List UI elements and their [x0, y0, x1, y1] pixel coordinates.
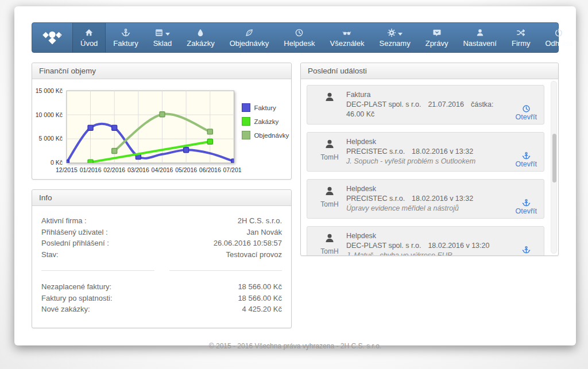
info-panel: Info Aktivní firma : 2H C.S. s.r.o. Přih…	[32, 189, 292, 328]
info-row: Přihlášený uživatel : Jan Novák	[41, 227, 282, 238]
open-link[interactable]: Otevřít	[515, 160, 537, 168]
finance-panel: Finanční objemy 0 Kč5 000 Kč10 000 Kč15 …	[32, 63, 292, 180]
open-link[interactable]: Otevřít	[515, 254, 537, 255]
anchor-icon	[121, 28, 130, 38]
legend-label: Zakázky	[254, 118, 278, 125]
power-icon	[554, 28, 563, 38]
user-avatar-icon	[324, 138, 335, 152]
event-company: PRECISTEC s.r.o.	[346, 147, 405, 156]
nav-item-sklad[interactable]: Sklad	[146, 23, 180, 52]
open-link[interactable]: Otevřít	[515, 113, 537, 121]
nav-item-label: Nastavení	[463, 39, 497, 48]
leaf-icon	[245, 28, 254, 38]
user-icon	[475, 28, 485, 38]
nav-item-label: Faktury	[113, 39, 138, 48]
user-avatar-icon	[324, 185, 335, 199]
info-value: 18 566.00 Kč	[238, 281, 282, 293]
nav-item-zakazky[interactable]: Zakázky	[179, 23, 222, 52]
scrollbar-thumb[interactable]	[552, 134, 556, 182]
event-meta: PRECISTEC s.r.o.18.02.2016 v 13:32	[346, 194, 502, 204]
event-company: PRECISTEC s.r.o.	[346, 195, 405, 203]
legend-item: Zakázky	[242, 117, 289, 126]
panel-title: Info	[32, 190, 291, 206]
panel-title: Finanční objemy	[32, 63, 291, 79]
svg-text:04/2016: 04/2016	[152, 167, 173, 173]
svg-text:5 000 Kč: 5 000 Kč	[39, 135, 63, 142]
divider	[41, 270, 282, 271]
legend-swatch	[242, 103, 250, 112]
chart-legend: Faktury Zakázky Objednávky	[242, 103, 289, 139]
info-row: Nové zakázky: 4 425.20 Kč	[41, 304, 282, 315]
info-value: 26.06.2016 10:58:57	[214, 238, 282, 249]
shuffle-icon	[516, 28, 525, 38]
svg-text:02/2016: 02/2016	[103, 167, 125, 173]
table-icon	[154, 28, 170, 38]
page-card: Úvod Faktury Sklad Zakázky Obje	[14, 6, 576, 345]
event-date: 18.02.2016 v 13:32	[412, 195, 473, 203]
legend-item: Objednávky	[242, 131, 289, 139]
copyright-text: © 2015 - 2016 Všechna práva vyhrazena - …	[32, 342, 559, 350]
anchor-icon[interactable]	[522, 152, 531, 160]
svg-text:03/2016: 03/2016	[127, 167, 149, 173]
svg-text:15 000 Kč: 15 000 Kč	[36, 88, 63, 94]
chevron-down-icon	[396, 28, 403, 38]
event-username: TomH	[320, 247, 338, 255]
event-card: Faktura DEC-PLAST spol. s r.o.21.07.2016…	[307, 85, 544, 125]
nav-item-label: Sklad	[153, 39, 172, 48]
clock-icon[interactable]	[522, 104, 531, 113]
info-label: Nezaplacené faktury:	[41, 281, 111, 293]
info-label: Přihlášený uživatel :	[41, 227, 108, 238]
gear-icon	[387, 28, 403, 38]
user-avatar-icon	[324, 232, 335, 246]
info-label: Aktivní firma :	[41, 215, 87, 227]
nav-item-label: Odhlásit	[545, 39, 572, 48]
info-row: Aktivní firma : 2H C.S. s.r.o.	[41, 215, 282, 227]
info-row: Nezaplacené faktury: 18 566.00 Kč	[41, 281, 282, 293]
legend-swatch	[242, 131, 250, 139]
nav-item-vseznalek[interactable]: Všeználek	[323, 23, 372, 52]
nav-item-uvod[interactable]: Úvod	[72, 23, 106, 52]
svg-text:07/2016: 07/2016	[223, 167, 242, 173]
anchor-icon[interactable]	[522, 246, 531, 254]
info-label: Poslední přihlášení :	[41, 238, 109, 249]
anchor-icon[interactable]	[522, 199, 531, 207]
nav-item-nastaveni[interactable]: Nastavení	[455, 23, 504, 52]
droplet-icon	[196, 28, 205, 38]
nav-item-objednavky[interactable]: Objednávky	[222, 23, 277, 52]
svg-text:0 Kč: 0 Kč	[51, 160, 63, 166]
event-username: TomH	[320, 200, 338, 208]
nav-item-label: Zprávy	[425, 39, 448, 48]
nav-item-firmy[interactable]: Firmy	[504, 23, 538, 52]
user-avatar-icon	[324, 91, 335, 105]
event-card: TomH Helpdesk PRECISTEC s.r.o.18.02.2016…	[307, 179, 544, 219]
nav-item-faktury[interactable]: Faktury	[106, 23, 145, 52]
info-value: Testovací provoz	[226, 249, 282, 261]
open-link[interactable]: Otevřít	[515, 207, 537, 215]
event-note: Úpravy evidence měřidel a nástrojů	[346, 204, 502, 213]
app-logo[interactable]	[32, 23, 72, 52]
info-body: Aktivní firma : 2H C.S. s.r.o. Přihlášen…	[32, 206, 291, 328]
event-type: Helpdesk	[346, 137, 502, 147]
info-row: Faktury po splatnosti: 18 566.00 Kč	[41, 293, 282, 304]
finance-chart-svg: 0 Kč5 000 Kč10 000 Kč15 000 Kč12/201501/…	[34, 85, 242, 176]
event-meta: PRECISTEC s.r.o.18.02.2016 v 13:32	[346, 147, 502, 157]
nav-item-odhlasit[interactable]: Odhlásit	[537, 23, 580, 52]
legend-item: Faktury	[242, 103, 289, 112]
nav-item-helpdesk[interactable]: Helpdesk	[276, 23, 322, 52]
nav-item-label: Všeználek	[330, 39, 365, 48]
info-value: Jan Novák	[247, 227, 282, 238]
nav-item-zpravy[interactable]: Zprávy	[418, 23, 456, 52]
top-navbar: Úvod Faktury Sklad Zakázky Obje	[32, 22, 559, 53]
info-value: 2H C.S. s.r.o.	[238, 215, 282, 227]
nav-item-label: Objednávky	[230, 39, 269, 48]
legend-label: Objednávky	[254, 132, 289, 139]
nav-item-label: Úvod	[80, 39, 98, 48]
event-type: Helpdesk	[346, 184, 502, 194]
event-meta: DEC-PLAST spol. s r.o.21.07.2016částka: …	[346, 100, 502, 119]
legend-label: Faktury	[254, 104, 276, 111]
nav-item-label: Zakázky	[187, 39, 214, 48]
nav-item-seznamy[interactable]: Seznamy	[372, 23, 417, 52]
svg-text:10 000 Kč: 10 000 Kč	[36, 112, 63, 118]
panel-title: Poslední události	[301, 63, 558, 79]
event-meta: DEC-PLAST spol. s r.o.18.02.2016 v 13:20	[346, 241, 502, 251]
